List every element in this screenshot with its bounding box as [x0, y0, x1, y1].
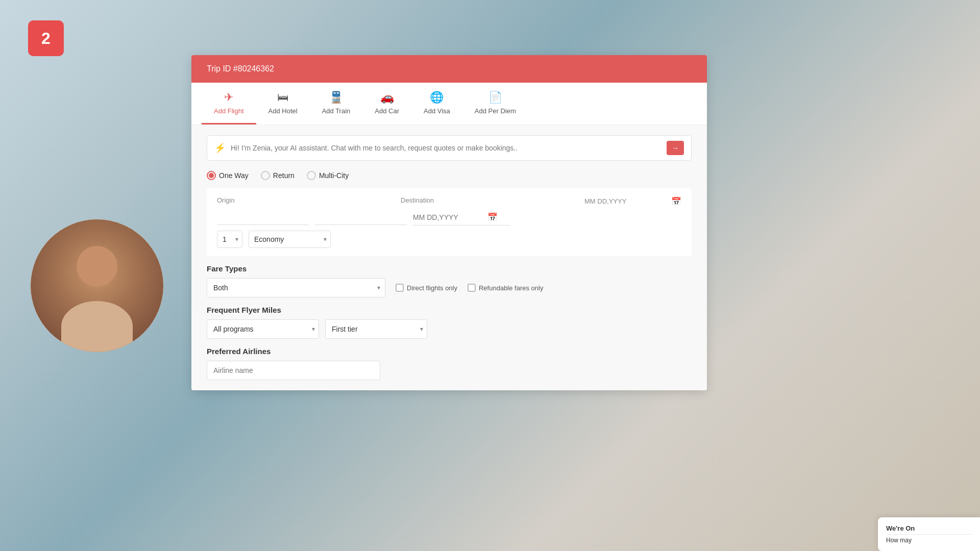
panel-header: Trip ID #80246362 — [191, 55, 707, 83]
tab-add-car[interactable]: 🚗 Add Car — [362, 83, 411, 124]
direct-flights-checkbox-label[interactable]: Direct flights only — [396, 284, 457, 292]
tab-add-flight[interactable]: ✈ Add Flight — [202, 83, 256, 124]
chat-divider — [886, 534, 972, 535]
destination-label: Destination — [401, 196, 578, 206]
tab-flight-label: Add Flight — [214, 107, 244, 115]
date-label-wrap: MM DD,YYYY 📅 — [584, 196, 681, 206]
refundable-fares-label: Refundable fares only — [479, 284, 543, 292]
frequent-flyer-row: All programs American Airlines Delta Uni… — [207, 319, 692, 339]
tab-train-label: Add Train — [322, 107, 351, 115]
fare-types-section: Fare Types Both Published Private Direct… — [207, 264, 692, 297]
tier-wrapper: First tier Second tier Third tier — [325, 319, 427, 339]
tab-add-visa[interactable]: 🌐 Add Visa — [411, 83, 462, 124]
radio-one-way-dot — [209, 173, 214, 178]
airline-name-input[interactable] — [207, 361, 380, 380]
fare-types-select-wrapper: Both Published Private — [207, 278, 385, 297]
ai-search-bar: ⚡ → — [207, 135, 692, 161]
form-labels-row: Origin Destination MM DD,YYYY 📅 — [217, 196, 681, 206]
per-diem-icon: 📄 — [488, 91, 502, 104]
passengers-select[interactable]: 1 2 3 4 5 — [217, 231, 242, 248]
refundable-fares-checkbox[interactable] — [468, 284, 476, 292]
frequent-flyer-section: Frequent Flyer Miles All programs Americ… — [207, 306, 692, 339]
main-panel: Trip ID #80246362 ✈ Add Flight 🛏 Add Hot… — [191, 55, 707, 390]
passengers-cabin-row: 1 2 3 4 5 Economy Business First Premium… — [217, 231, 681, 248]
tab-add-train[interactable]: 🚆 Add Train — [310, 83, 363, 124]
chat-subtitle: How may — [886, 537, 972, 544]
tab-bar: ✈ Add Flight 🛏 Add Hotel 🚆 Add Train 🚗 A… — [191, 83, 707, 125]
radio-return-circle — [261, 171, 270, 180]
fare-types-select[interactable]: Both Published Private — [207, 278, 385, 297]
flight-form: Origin Destination MM DD,YYYY 📅 📅 — [207, 188, 692, 256]
ai-lightning-icon: ⚡ — [214, 142, 226, 154]
direct-flights-checkbox[interactable] — [396, 284, 404, 292]
frequent-flyer-title: Frequent Flyer Miles — [207, 306, 692, 314]
passengers-wrapper: 1 2 3 4 5 — [217, 231, 242, 248]
radio-multi-city-circle — [307, 171, 316, 180]
date-label: MM DD,YYYY — [584, 197, 668, 205]
calendar-picker-icon[interactable]: 📅 — [487, 212, 498, 222]
visa-icon: 🌐 — [430, 91, 444, 104]
car-icon: 🚗 — [380, 91, 394, 104]
logo-text: 2 — [41, 29, 51, 48]
refundable-fares-checkbox-label[interactable]: Refundable fares only — [468, 284, 543, 292]
chat-widget[interactable]: We're On How may — [878, 517, 980, 551]
tab-per-diem-label: Add Per Diem — [475, 107, 516, 115]
calendar-icon: 📅 — [671, 196, 681, 206]
fare-types-row: Both Published Private Direct flights on… — [207, 278, 692, 297]
flight-icon: ✈ — [224, 91, 233, 104]
radio-one-way[interactable]: One Way — [207, 171, 249, 180]
date-input[interactable] — [413, 213, 484, 221]
origin-label: Origin — [217, 196, 395, 206]
chat-title: We're On — [886, 524, 972, 532]
preferred-airlines-title: Preferred Airlines — [207, 347, 692, 356]
trip-id: Trip ID #80246362 — [207, 64, 274, 73]
origin-input[interactable] — [217, 210, 309, 225]
programs-select[interactable]: All programs American Airlines Delta Uni… — [207, 319, 319, 339]
programs-wrapper: All programs American Airlines Delta Uni… — [207, 319, 319, 339]
date-field-wrap: 📅 — [413, 209, 510, 226]
radio-multi-city-label: Multi-City — [319, 171, 349, 180]
ai-search-input[interactable] — [231, 144, 662, 152]
cabin-wrapper: Economy Business First Premium Economy — [249, 231, 331, 248]
form-inputs-row: 📅 — [217, 209, 681, 226]
radio-return-label: Return — [273, 171, 295, 180]
avatar — [31, 219, 163, 352]
direct-flights-label: Direct flights only — [407, 284, 457, 292]
radio-multi-city[interactable]: Multi-City — [307, 171, 349, 180]
hotel-icon: 🛏 — [277, 91, 288, 104]
avatar-image — [31, 219, 163, 352]
tab-add-hotel[interactable]: 🛏 Add Hotel — [256, 83, 310, 124]
tab-add-per-diem[interactable]: 📄 Add Per Diem — [462, 83, 528, 124]
cabin-select[interactable]: Economy Business First Premium Economy — [249, 231, 331, 248]
preferred-airlines-section: Preferred Airlines — [207, 347, 692, 380]
fare-types-title: Fare Types — [207, 264, 692, 273]
tier-select[interactable]: First tier Second tier Third tier — [325, 319, 427, 339]
destination-input[interactable] — [315, 210, 407, 225]
ai-send-button[interactable]: → — [667, 141, 684, 155]
tab-visa-label: Add Visa — [424, 107, 450, 115]
radio-return[interactable]: Return — [261, 171, 295, 180]
app-logo[interactable]: 2 — [28, 20, 64, 56]
radio-one-way-label: One Way — [219, 171, 249, 180]
tab-car-label: Add Car — [375, 107, 399, 115]
train-icon: 🚆 — [329, 91, 343, 104]
trip-type-selector: One Way Return Multi-City — [207, 171, 692, 180]
radio-one-way-circle — [207, 171, 216, 180]
tab-hotel-label: Add Hotel — [268, 107, 298, 115]
panel-content: ⚡ → One Way Return Multi-City — [191, 125, 707, 390]
